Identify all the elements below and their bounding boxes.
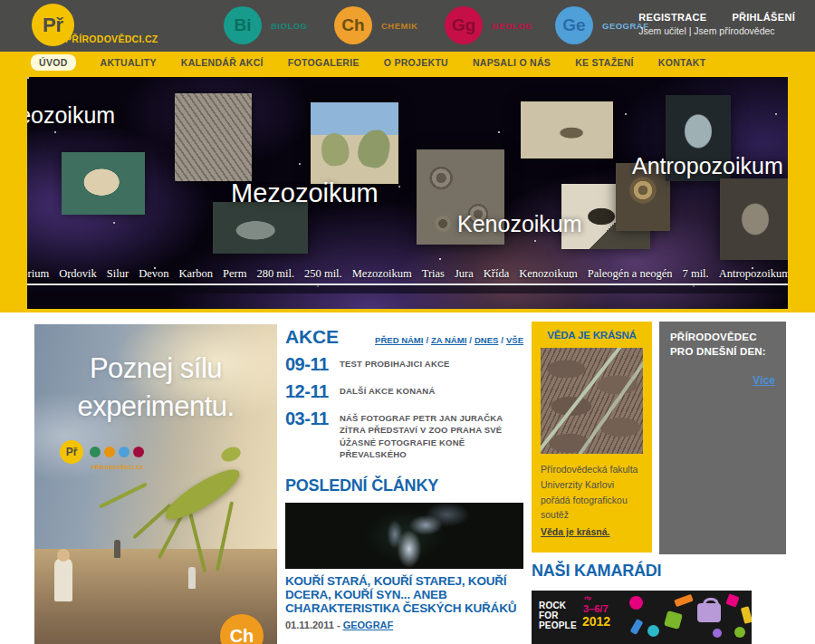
article-date: 01.11.2011 -	[285, 620, 340, 630]
rock-for-people-banner-ad[interactable]: ROCK FOR PEOPLE rfp 3–6/7 2012	[532, 591, 752, 644]
photo-detail-decor	[560, 348, 643, 454]
nav-item-kontakt[interactable]: KONTAKT	[658, 57, 706, 68]
timeline-item[interactable]: Trias	[422, 267, 445, 281]
timeline-item[interactable]: Ordovik	[59, 267, 97, 281]
timeline-item[interactable]: Karbon	[178, 267, 213, 281]
mantis-sculpture	[132, 504, 172, 540]
timeline-item[interactable]: 7 mil.	[683, 267, 709, 281]
category-biolog[interactable]: Bi BIOLOG	[224, 5, 307, 46]
timeline-item[interactable]: Křída	[484, 267, 509, 281]
chemik-icon[interactable]: Ch	[334, 6, 372, 44]
biolog-icon[interactable]: Bi	[224, 6, 262, 44]
banner-decor-icon	[713, 629, 722, 638]
article-thumbnail-smoke-image[interactable]	[285, 503, 523, 569]
event-link[interactable]: DALŠÍ AKCE KONANÁ	[340, 381, 435, 402]
category-label: BIOLOG	[271, 21, 307, 31]
mantis-sculpture	[159, 462, 244, 527]
microscopy-photo[interactable]	[541, 348, 643, 454]
nav-item-fotogalerie[interactable]: FOTOGALERIE	[288, 57, 360, 68]
dinosaur-scene-image	[311, 102, 398, 184]
starfield-decor	[27, 77, 29, 79]
hero-banner-slideshow[interactable]: Paleozoikum Mezozoikum Kenozoikum Antrop…	[27, 77, 788, 309]
timeline-item[interactable]: Kenozoikum	[519, 267, 578, 281]
filter-vse[interactable]: VŠE	[506, 335, 523, 345]
nav-item-ke-stazeni[interactable]: KE STAŽENÍ	[575, 57, 634, 68]
fossil-skull-image	[213, 202, 308, 254]
timeline-item[interactable]: Paleogén a neogén	[588, 267, 673, 281]
auth-block: REGISTRACE PŘIHLÁŠENÍ Jsem učitel | Jsem…	[638, 12, 795, 36]
timeline-item[interactable]: Antropozoikum	[719, 267, 788, 281]
akce-heading: AKCE	[285, 326, 339, 348]
site-logo[interactable]: Př PŘÍRODOVĚDCI.CZ	[32, 4, 204, 49]
timeline-item[interactable]: Jura	[455, 267, 474, 281]
event-row: 03-11 NÁŠ FOTOGRAF PETR JAN JURAČKA ZÍTR…	[285, 409, 523, 460]
category-geograf[interactable]: Ge GEOGRAF	[555, 5, 649, 46]
event-date: 09-11	[285, 354, 340, 375]
event-row: 09-11 TEST PROBIHAJICI AKCE	[285, 354, 523, 375]
article-category-link[interactable]: GEOGRAF	[343, 620, 394, 630]
filter-separator: /	[426, 335, 428, 345]
nasi-kamaradi-heading: NAŠI KAMARÁDI	[532, 562, 661, 581]
timeline-item[interactable]: Kambrium	[27, 267, 49, 281]
banner-decor-icon	[734, 627, 745, 638]
poster-pr-icon: Př	[60, 440, 83, 464]
nav-item-aktuality[interactable]: AKTUALITY	[101, 57, 157, 68]
mantis-sculpture	[99, 482, 148, 508]
akce-filters: PŘED NÁMI/ZA NÁMI/DNES/VŠE	[375, 335, 523, 345]
event-date: 12-11	[285, 381, 340, 402]
geograf-icon[interactable]: Ge	[555, 6, 593, 44]
nav-item-kalendar-akci[interactable]: KALENDÁŘ AKCÍ	[181, 57, 264, 68]
filter-dnes[interactable]: DNES	[475, 335, 498, 345]
era-label-mezozoikum: Mezozoikum	[231, 178, 379, 208]
more-link[interactable]: Více	[753, 374, 775, 387]
prirodovedec-dne-heading: PŘÍRODOVĚDEC PRO DNEŠNÍ DEN:	[670, 331, 775, 359]
category-label: CHEMIK	[381, 21, 417, 31]
timeline-item[interactable]: Mezozoikum	[352, 267, 412, 281]
banner-decor-icon	[674, 594, 694, 607]
banner-decor-icon	[630, 619, 644, 635]
filter-separator: /	[501, 335, 503, 345]
mantis-sculpture	[219, 445, 243, 465]
filter-pred-nami[interactable]: PŘED NÁMI	[375, 335, 423, 345]
logo-dots-decor	[90, 447, 144, 457]
category-geolog[interactable]: Gg GEOLOG	[445, 5, 532, 46]
era-label-paleozoikum: Paleozoikum	[27, 102, 115, 129]
event-link[interactable]: TEST PROBIHAJICI AKCE	[340, 354, 450, 375]
event-link[interactable]: NÁŠ FOTOGRAF PETR JAN JURAČKA ZÍTRA PŘED…	[340, 409, 523, 460]
timeline-item[interactable]: 280 mil.	[256, 267, 294, 281]
event-row: 12-11 DALŠÍ AKCE KONANÁ	[285, 381, 523, 402]
experiment-poster-ad[interactable]: Poznej sílu experimentu. Př PŘÍRODOVĚDCI…	[34, 324, 277, 644]
login-link[interactable]: PŘIHLÁŠENÍ	[732, 12, 795, 23]
posledni-clanky-heading: POSLEDNÍ ČLÁNKY	[285, 476, 523, 495]
banner-decor-icon	[741, 606, 752, 624]
veda-je-krasna-link[interactable]: Věda je krásná.	[541, 526, 609, 537]
timeline-shadow-decor	[27, 285, 788, 293]
fossil-shell-image	[62, 152, 145, 215]
fossil-fern-image	[175, 93, 252, 181]
article-excerpt: Některé zdravotní potíže na nás přijdou …	[285, 641, 523, 644]
era-label-kenozoikum: Kenozoikum	[457, 211, 582, 237]
skull-image	[720, 178, 788, 260]
site-header: Př PŘÍRODOVĚDCI.CZ Bi BIOLOG Ch CHEMIK G…	[0, 0, 815, 52]
auth-subtitle-links[interactable]: Jsem učitel | Jsem přírodovědec	[638, 25, 795, 36]
filter-za-nami[interactable]: ZA NÁMI	[431, 335, 466, 345]
nav-item-o-projektu[interactable]: O PROJEKTU	[384, 57, 448, 68]
geolog-icon[interactable]: Gg	[445, 6, 483, 44]
filter-separator: /	[469, 335, 472, 345]
timeline-item[interactable]: Perm	[223, 267, 246, 281]
person-silhouette	[188, 567, 196, 589]
banner-decor-bag-icon	[697, 603, 721, 622]
nav-item-napsali-o-nas[interactable]: NAPSALI O NÁS	[473, 57, 551, 68]
timeline-item[interactable]: Devon	[139, 267, 168, 281]
timeline-item[interactable]: Silur	[107, 267, 129, 281]
veda-title-link[interactable]: VĚDA JE KRÁSNÁ	[541, 330, 643, 341]
article-title-link[interactable]: KOUŘÍ STARÁ, KOUŘÍ STAREJ, KOUŘÍ DCERA, …	[285, 574, 523, 615]
registration-link[interactable]: REGISTRACE	[638, 12, 706, 23]
timeline-item[interactable]: 250 mil.	[304, 267, 342, 281]
rfp-logo-icon: rfp	[584, 595, 591, 601]
banner-decor-icon	[725, 593, 739, 607]
geologic-timeline: Kambrium Ordovik Silur Devon Karbon Perm…	[27, 267, 788, 281]
category-chemik[interactable]: Ch CHEMIK	[334, 5, 417, 46]
event-date: 03-11	[285, 409, 340, 460]
nav-item-uvod[interactable]: ÚVOD	[31, 54, 76, 71]
